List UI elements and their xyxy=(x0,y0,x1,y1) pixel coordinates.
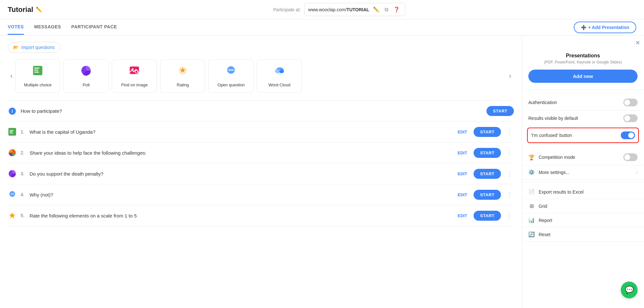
question-type-word-cloud[interactable]: Word Cloud xyxy=(257,59,302,93)
q2-text: Share your ideas to help face the follow… xyxy=(30,150,451,156)
left-panel: 📂 Import questions ‹ xyxy=(0,35,522,308)
svg-point-28 xyxy=(11,194,12,195)
tab-votes[interactable]: VOTES xyxy=(8,20,24,35)
chat-fab-icon: 💬 xyxy=(625,286,634,294)
add-new-presentation-button[interactable]: Add new xyxy=(528,70,638,83)
question-types-list: Multiple choice Poll xyxy=(15,59,506,93)
question-type-poll[interactable]: Poll xyxy=(63,59,109,93)
svg-rect-22 xyxy=(10,130,14,131)
question-type-multiple-choice[interactable]: Multiple choice xyxy=(15,59,60,93)
find-on-image-label: Find on image xyxy=(121,82,148,87)
participate-label: Participate at: xyxy=(273,7,301,12)
q1-more-button[interactable]: ⋮ xyxy=(505,127,514,137)
plus-icon: ➕ xyxy=(581,25,586,30)
svg-point-29 xyxy=(12,194,13,195)
q5-more-button[interactable]: ⋮ xyxy=(505,210,514,221)
q1-number: 1. xyxy=(21,129,24,134)
competition-mode-label: Competition mode xyxy=(539,155,575,160)
q2-start-button[interactable]: START xyxy=(474,148,501,158)
carousel-next-button[interactable]: › xyxy=(506,69,514,83)
table-row: 1. What is the capital of Uganda? EDIT S… xyxy=(8,121,514,142)
right-sidebar: ✕ Presentations (PDF, PowerPoint, Keynot… xyxy=(522,35,644,308)
q3-start-button[interactable]: START xyxy=(474,169,501,179)
q5-type-icon xyxy=(8,211,17,220)
edit-title-icon[interactable]: ✏️ xyxy=(36,6,42,13)
question-type-find-on-image[interactable]: Find on image xyxy=(112,59,157,93)
how-to-participate-item: i How to participate? START xyxy=(8,101,514,121)
tab-participant-pace[interactable]: PARTICIPANT PACE xyxy=(71,20,117,35)
q2-number: 2. xyxy=(21,150,24,155)
svg-point-12 xyxy=(230,69,232,71)
q3-type-icon xyxy=(8,169,17,178)
q3-text: Do you support the death penalty? xyxy=(30,171,451,177)
competition-mode-toggle[interactable] xyxy=(623,153,638,161)
im-confused-toggle[interactable] xyxy=(621,131,635,139)
q1-start-button[interactable]: START xyxy=(474,127,501,137)
carousel-prev-button[interactable]: ‹ xyxy=(8,69,15,83)
authentication-toggle[interactable] xyxy=(623,99,638,106)
poll-label: Poll xyxy=(82,82,90,87)
q1-type-icon xyxy=(8,127,17,136)
word-cloud-icon xyxy=(274,65,285,79)
q4-text: Why (not)? xyxy=(30,192,451,197)
export-excel-row[interactable]: 📄 Export results to Excel xyxy=(522,185,644,199)
questions-list: i How to participate? START 1. What is t… xyxy=(8,101,514,226)
q4-start-button[interactable]: START xyxy=(474,190,501,200)
q5-edit-button[interactable]: EDIT xyxy=(455,212,470,219)
svg-text:i: i xyxy=(12,109,13,114)
grid-row[interactable]: ⊞ Grid xyxy=(522,199,644,213)
q4-type-icon xyxy=(8,190,17,199)
authentication-row: Authentication xyxy=(528,95,638,111)
q3-number: 3. xyxy=(21,171,24,176)
multiple-choice-label: Multiple choice xyxy=(24,82,52,87)
q5-number: 5. xyxy=(21,213,24,218)
grid-icon: ⊞ xyxy=(528,203,535,209)
edit-url-icon[interactable]: ✏️ xyxy=(372,5,381,14)
more-settings-row[interactable]: ⚙️ More settings... › xyxy=(522,165,644,179)
tab-messages[interactable]: MESSAGES xyxy=(34,20,61,35)
import-questions-button[interactable]: 📂 Import questions xyxy=(8,42,60,53)
im-confused-row: 'I'm confused' button xyxy=(527,128,639,143)
im-confused-slider xyxy=(621,131,635,139)
authentication-slider xyxy=(623,99,638,106)
q1-edit-button[interactable]: EDIT xyxy=(455,128,470,136)
sidebar-header: ✕ xyxy=(522,35,644,46)
reset-row[interactable]: 🔄 Reset xyxy=(522,227,644,242)
q3-more-button[interactable]: ⋮ xyxy=(505,168,514,179)
url-text: www.wooclap.com/TUTORIAL xyxy=(308,7,370,12)
svg-rect-24 xyxy=(10,133,13,133)
q5-start-button[interactable]: START xyxy=(474,211,501,221)
q3-edit-button[interactable]: EDIT xyxy=(455,170,470,178)
help-icon[interactable]: ❓ xyxy=(392,5,401,14)
poll-icon xyxy=(80,65,92,79)
competition-mode-row[interactable]: 🏆 Competition mode xyxy=(522,149,644,165)
q4-edit-button[interactable]: EDIT xyxy=(455,191,470,198)
url-box: www.wooclap.com/TUTORIAL ✏️ ⧉ ❓ xyxy=(304,3,406,16)
svg-rect-2 xyxy=(34,70,39,71)
question-type-carousel: ‹ Multiple choice xyxy=(8,59,514,93)
authentication-label: Authentication xyxy=(528,100,557,105)
how-to-text: How to participate? xyxy=(21,108,483,114)
table-row: 4. Why (not)? EDIT START ⋮ xyxy=(8,184,514,205)
results-visible-toggle[interactable] xyxy=(623,114,638,122)
table-row: 3. Do you support the death penalty? EDI… xyxy=(8,163,514,184)
report-row[interactable]: 📊 Report xyxy=(522,213,644,227)
tabs-bar: VOTES MESSAGES PARTICIPANT PACE ➕ + Add … xyxy=(0,19,644,35)
how-to-start-button[interactable]: START xyxy=(486,106,514,116)
multiple-choice-icon xyxy=(32,65,43,79)
open-question-icon xyxy=(225,65,237,79)
question-type-rating[interactable]: Rating xyxy=(160,59,205,93)
table-row: 2. Share your ideas to help face the fol… xyxy=(8,142,514,163)
close-sidebar-button[interactable]: ✕ xyxy=(635,39,640,46)
copy-url-icon[interactable]: ⧉ xyxy=(383,5,389,14)
add-presentation-button[interactable]: ➕ + Add Presentation xyxy=(574,22,636,33)
q2-type-icon xyxy=(8,148,17,157)
q4-more-button[interactable]: ⋮ xyxy=(505,189,514,200)
presentations-section: Presentations (PDF, PowerPoint, Keynote … xyxy=(522,46,644,90)
results-visible-label: Results visible by default xyxy=(528,116,578,121)
q2-edit-button[interactable]: EDIT xyxy=(455,149,470,157)
q2-more-button[interactable]: ⋮ xyxy=(505,148,514,158)
question-type-open-question[interactable]: Open question xyxy=(208,59,254,93)
chat-fab-button[interactable]: 💬 xyxy=(621,282,638,298)
im-confused-label: 'I'm confused' button xyxy=(531,133,572,138)
